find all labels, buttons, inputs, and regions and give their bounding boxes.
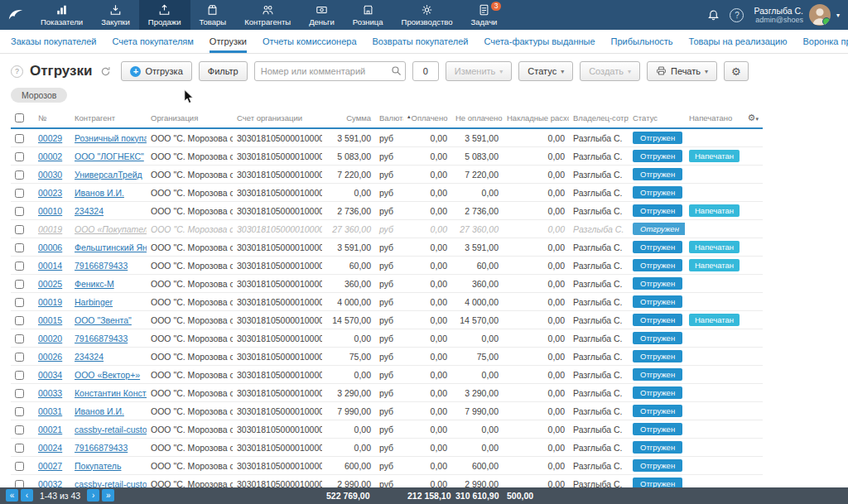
user-menu[interactable]: Разглыба С. admin@shoes ▾ (754, 4, 840, 26)
row-checkbox[interactable] (15, 207, 24, 216)
nav-item-chart[interactable]: Показатели (31, 0, 92, 30)
row-checkbox[interactable] (15, 225, 24, 234)
doc-number-link[interactable]: 00030 (38, 170, 62, 180)
column-settings-gear-icon[interactable]: ⚙▾ (743, 108, 763, 128)
contragent-link[interactable]: Иванов И.И. (75, 406, 124, 416)
column-header[interactable]: Счет организации (233, 108, 322, 128)
doc-number-link[interactable]: 00014 (38, 261, 62, 271)
status-badge[interactable]: Отгружен (633, 223, 685, 235)
status-badge[interactable]: Отгружен (633, 259, 682, 271)
filter-button[interactable]: Фильтр (199, 61, 248, 81)
tab-item[interactable]: Товары на реализацию (689, 30, 788, 53)
tab-item[interactable]: Возвраты покупателей (373, 30, 469, 53)
row-checkbox[interactable] (15, 462, 24, 471)
search-input[interactable] (254, 61, 406, 81)
help-icon[interactable]: ? (730, 8, 744, 22)
last-page-button[interactable]: » (102, 489, 114, 502)
row-checkbox[interactable] (15, 316, 24, 325)
doc-number-link[interactable]: 00019 (38, 297, 62, 307)
prev-page-button[interactable]: ‹ (21, 489, 33, 502)
row-checkbox[interactable] (15, 407, 24, 416)
doc-number-link[interactable]: 00023 (38, 188, 62, 198)
status-badge[interactable]: Отгружен (633, 368, 682, 381)
row-checkbox[interactable] (15, 262, 24, 271)
status-badge[interactable]: Отгружен (633, 204, 682, 217)
row-checkbox[interactable] (15, 280, 24, 289)
create-button[interactable]: Создать▾ (580, 61, 640, 81)
column-header[interactable]: Владелец-сотрудник (569, 108, 629, 128)
doc-number-link[interactable]: 00020 (38, 334, 62, 343)
contragent-link[interactable]: Иванов И.И. (75, 188, 124, 198)
add-shipment-button[interactable]: + Отгрузка (121, 61, 191, 81)
print-button[interactable]: Печать▾ (647, 61, 717, 81)
contragent-link[interactable]: ООО "ЛОГНЕКС" (75, 151, 144, 161)
page-help-icon[interactable]: ? (11, 65, 23, 78)
nav-item-production[interactable]: Производство (393, 0, 462, 30)
status-badge[interactable]: Отгружен (633, 150, 682, 162)
column-header[interactable]: Валюта (375, 108, 403, 128)
status-badge[interactable]: Отгружен (633, 241, 682, 253)
status-badge[interactable]: Отгружен (633, 405, 682, 417)
status-badge[interactable]: Отгружен (633, 314, 682, 326)
row-checkbox[interactable] (15, 170, 24, 180)
tab-item[interactable]: Прибыльность (611, 30, 673, 53)
nav-item-sales[interactable]: Продажи (139, 0, 190, 30)
contragent-link[interactable]: Константин Констант... (75, 388, 147, 398)
doc-number-link[interactable]: 00029 (38, 133, 62, 143)
doc-number-link[interactable]: 00027 (38, 461, 62, 471)
contragent-link[interactable]: 234324 (75, 352, 104, 362)
status-badge[interactable]: Отгружен (633, 350, 682, 362)
notifications-bell-icon[interactable] (707, 9, 720, 22)
status-badge[interactable]: Отгружен (633, 295, 682, 308)
nav-item-purchases[interactable]: Закупки (92, 0, 139, 30)
tab-item[interactable]: Счета-фактуры выданные (484, 30, 595, 53)
status-badge[interactable]: Отгружен (633, 441, 682, 454)
nav-item-goods[interactable]: Товары (190, 0, 236, 30)
contragent-link[interactable]: Розничный покупатель (75, 133, 147, 143)
row-checkbox[interactable] (15, 425, 24, 434)
doc-number-link[interactable]: 00021 (38, 425, 62, 434)
status-badge[interactable]: Отгружен (633, 132, 682, 144)
contragent-link[interactable]: 79166879433 (75, 443, 128, 453)
refresh-icon[interactable] (100, 66, 111, 77)
column-header[interactable]: Контрагент (70, 108, 147, 128)
contragent-link[interactable]: cassby-retail-customer (75, 425, 147, 434)
contragent-link[interactable]: Harbinger (75, 297, 113, 307)
status-badge[interactable]: Отгружен (633, 386, 682, 399)
doc-number-link[interactable]: 00002 (38, 151, 62, 161)
column-header[interactable]: № (34, 108, 70, 128)
row-checkbox[interactable] (15, 371, 24, 380)
search-icon[interactable] (391, 65, 402, 79)
filter-chip[interactable]: Морозов (11, 88, 67, 103)
status-badge[interactable]: Отгружен (633, 168, 682, 180)
doc-number-link[interactable]: 00026 (38, 352, 62, 362)
contragent-link[interactable]: 234324 (75, 206, 104, 216)
doc-number-link[interactable]: 00006 (38, 242, 62, 252)
nav-item-people[interactable]: Контрагенты (235, 0, 300, 30)
nav-item-money[interactable]: Деньги (300, 0, 344, 30)
doc-number-link[interactable]: 00034 (38, 370, 62, 380)
contragent-link[interactable]: ООО "Звента" (75, 315, 132, 325)
row-checkbox[interactable] (15, 134, 24, 143)
contragent-link[interactable]: ООО «Покупатель» (75, 224, 147, 234)
row-checkbox[interactable] (15, 353, 24, 362)
first-page-button[interactable]: « (6, 489, 18, 502)
settings-gear-button[interactable]: ⚙ (724, 61, 749, 81)
status-badge[interactable]: Отгружен (633, 459, 682, 472)
doc-number-link[interactable]: 00031 (38, 406, 62, 416)
status-badge[interactable]: Отгружен (633, 277, 682, 290)
tab-item[interactable]: Воронка продаж (803, 30, 848, 53)
column-header[interactable]: Не оплачено (451, 108, 503, 128)
column-header[interactable]: Статус (629, 108, 685, 128)
row-checkbox[interactable] (15, 189, 24, 198)
row-checkbox[interactable] (15, 298, 24, 307)
doc-number-link[interactable]: 00010 (38, 206, 62, 216)
column-header[interactable]: Сумма (322, 108, 375, 128)
status-badge[interactable]: Отгружен (633, 423, 682, 435)
tab-item[interactable]: Счета покупателям (113, 30, 194, 53)
contragent-link[interactable]: Фельштинский Ян Ф... (75, 242, 147, 252)
doc-number-link[interactable]: 00025 (38, 279, 62, 289)
tab-active[interactable]: Отгрузки (210, 30, 247, 53)
row-checkbox[interactable] (15, 243, 24, 252)
doc-number-link[interactable]: 00024 (38, 443, 62, 453)
